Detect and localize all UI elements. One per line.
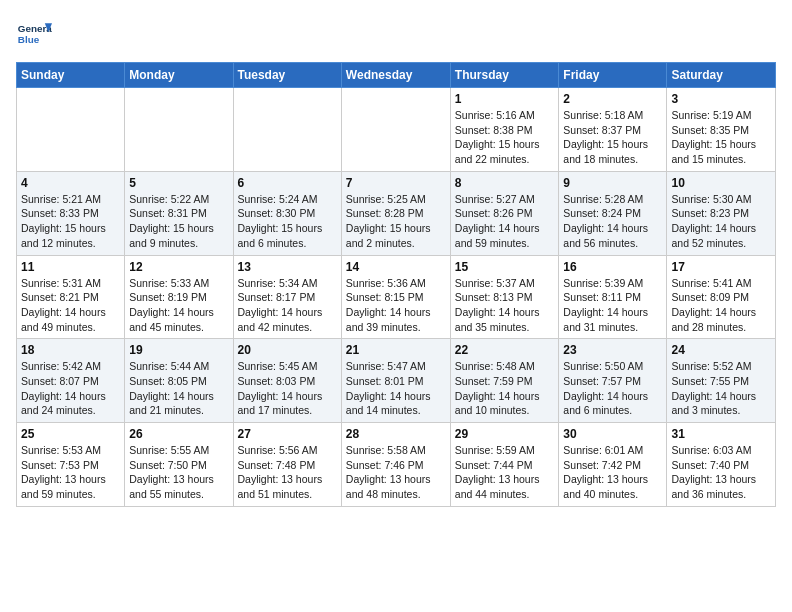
calendar-cell: 22Sunrise: 5:48 AM Sunset: 7:59 PM Dayli…	[450, 339, 559, 423]
day-info: Sunrise: 5:16 AM Sunset: 8:38 PM Dayligh…	[455, 108, 555, 167]
day-number: 9	[563, 176, 662, 190]
calendar-cell: 20Sunrise: 5:45 AM Sunset: 8:03 PM Dayli…	[233, 339, 341, 423]
day-info: Sunrise: 5:52 AM Sunset: 7:55 PM Dayligh…	[671, 359, 771, 418]
day-number: 11	[21, 260, 120, 274]
day-number: 27	[238, 427, 337, 441]
calendar-cell: 23Sunrise: 5:50 AM Sunset: 7:57 PM Dayli…	[559, 339, 667, 423]
calendar-cell: 11Sunrise: 5:31 AM Sunset: 8:21 PM Dayli…	[17, 255, 125, 339]
day-number: 23	[563, 343, 662, 357]
calendar-cell: 27Sunrise: 5:56 AM Sunset: 7:48 PM Dayli…	[233, 423, 341, 507]
calendar-cell: 31Sunrise: 6:03 AM Sunset: 7:40 PM Dayli…	[667, 423, 776, 507]
day-number: 21	[346, 343, 446, 357]
day-info: Sunrise: 5:25 AM Sunset: 8:28 PM Dayligh…	[346, 192, 446, 251]
calendar-cell: 24Sunrise: 5:52 AM Sunset: 7:55 PM Dayli…	[667, 339, 776, 423]
day-info: Sunrise: 5:28 AM Sunset: 8:24 PM Dayligh…	[563, 192, 662, 251]
calendar-cell: 3Sunrise: 5:19 AM Sunset: 8:35 PM Daylig…	[667, 88, 776, 172]
day-number: 25	[21, 427, 120, 441]
day-info: Sunrise: 5:47 AM Sunset: 8:01 PM Dayligh…	[346, 359, 446, 418]
calendar-cell: 8Sunrise: 5:27 AM Sunset: 8:26 PM Daylig…	[450, 171, 559, 255]
calendar-week-4: 18Sunrise: 5:42 AM Sunset: 8:07 PM Dayli…	[17, 339, 776, 423]
calendar-cell: 28Sunrise: 5:58 AM Sunset: 7:46 PM Dayli…	[341, 423, 450, 507]
day-number: 17	[671, 260, 771, 274]
day-info: Sunrise: 5:56 AM Sunset: 7:48 PM Dayligh…	[238, 443, 337, 502]
calendar-cell: 5Sunrise: 5:22 AM Sunset: 8:31 PM Daylig…	[125, 171, 233, 255]
day-header-wednesday: Wednesday	[341, 63, 450, 88]
day-number: 31	[671, 427, 771, 441]
day-info: Sunrise: 5:27 AM Sunset: 8:26 PM Dayligh…	[455, 192, 555, 251]
calendar-table: SundayMondayTuesdayWednesdayThursdayFrid…	[16, 62, 776, 507]
day-info: Sunrise: 5:53 AM Sunset: 7:53 PM Dayligh…	[21, 443, 120, 502]
day-number: 26	[129, 427, 228, 441]
day-number: 5	[129, 176, 228, 190]
day-number: 20	[238, 343, 337, 357]
day-number: 16	[563, 260, 662, 274]
calendar-cell: 10Sunrise: 5:30 AM Sunset: 8:23 PM Dayli…	[667, 171, 776, 255]
calendar-cell: 16Sunrise: 5:39 AM Sunset: 8:11 PM Dayli…	[559, 255, 667, 339]
day-number: 1	[455, 92, 555, 106]
day-number: 15	[455, 260, 555, 274]
day-info: Sunrise: 5:48 AM Sunset: 7:59 PM Dayligh…	[455, 359, 555, 418]
day-info: Sunrise: 5:55 AM Sunset: 7:50 PM Dayligh…	[129, 443, 228, 502]
calendar-cell: 9Sunrise: 5:28 AM Sunset: 8:24 PM Daylig…	[559, 171, 667, 255]
day-info: Sunrise: 5:21 AM Sunset: 8:33 PM Dayligh…	[21, 192, 120, 251]
day-info: Sunrise: 5:45 AM Sunset: 8:03 PM Dayligh…	[238, 359, 337, 418]
day-info: Sunrise: 5:50 AM Sunset: 7:57 PM Dayligh…	[563, 359, 662, 418]
day-info: Sunrise: 5:31 AM Sunset: 8:21 PM Dayligh…	[21, 276, 120, 335]
day-info: Sunrise: 5:24 AM Sunset: 8:30 PM Dayligh…	[238, 192, 337, 251]
calendar-cell: 19Sunrise: 5:44 AM Sunset: 8:05 PM Dayli…	[125, 339, 233, 423]
day-info: Sunrise: 5:30 AM Sunset: 8:23 PM Dayligh…	[671, 192, 771, 251]
calendar-cell: 2Sunrise: 5:18 AM Sunset: 8:37 PM Daylig…	[559, 88, 667, 172]
day-number: 13	[238, 260, 337, 274]
calendar-cell: 4Sunrise: 5:21 AM Sunset: 8:33 PM Daylig…	[17, 171, 125, 255]
day-info: Sunrise: 5:18 AM Sunset: 8:37 PM Dayligh…	[563, 108, 662, 167]
calendar-cell: 26Sunrise: 5:55 AM Sunset: 7:50 PM Dayli…	[125, 423, 233, 507]
day-info: Sunrise: 5:59 AM Sunset: 7:44 PM Dayligh…	[455, 443, 555, 502]
calendar-cell: 13Sunrise: 5:34 AM Sunset: 8:17 PM Dayli…	[233, 255, 341, 339]
day-number: 7	[346, 176, 446, 190]
calendar-cell	[233, 88, 341, 172]
calendar-cell	[125, 88, 233, 172]
calendar-cell: 12Sunrise: 5:33 AM Sunset: 8:19 PM Dayli…	[125, 255, 233, 339]
calendar-cell	[341, 88, 450, 172]
day-number: 12	[129, 260, 228, 274]
calendar-cell: 14Sunrise: 5:36 AM Sunset: 8:15 PM Dayli…	[341, 255, 450, 339]
calendar-cell: 17Sunrise: 5:41 AM Sunset: 8:09 PM Dayli…	[667, 255, 776, 339]
calendar-cell: 25Sunrise: 5:53 AM Sunset: 7:53 PM Dayli…	[17, 423, 125, 507]
calendar-cell: 30Sunrise: 6:01 AM Sunset: 7:42 PM Dayli…	[559, 423, 667, 507]
day-header-thursday: Thursday	[450, 63, 559, 88]
day-info: Sunrise: 5:36 AM Sunset: 8:15 PM Dayligh…	[346, 276, 446, 335]
day-info: Sunrise: 5:33 AM Sunset: 8:19 PM Dayligh…	[129, 276, 228, 335]
day-number: 29	[455, 427, 555, 441]
logo: General Blue	[16, 16, 52, 52]
day-info: Sunrise: 5:37 AM Sunset: 8:13 PM Dayligh…	[455, 276, 555, 335]
page-header: General Blue	[16, 16, 776, 52]
day-header-tuesday: Tuesday	[233, 63, 341, 88]
day-number: 4	[21, 176, 120, 190]
day-number: 28	[346, 427, 446, 441]
day-number: 18	[21, 343, 120, 357]
day-info: Sunrise: 6:01 AM Sunset: 7:42 PM Dayligh…	[563, 443, 662, 502]
day-info: Sunrise: 5:44 AM Sunset: 8:05 PM Dayligh…	[129, 359, 228, 418]
calendar-cell: 15Sunrise: 5:37 AM Sunset: 8:13 PM Dayli…	[450, 255, 559, 339]
day-header-sunday: Sunday	[17, 63, 125, 88]
day-number: 3	[671, 92, 771, 106]
calendar-week-1: 1Sunrise: 5:16 AM Sunset: 8:38 PM Daylig…	[17, 88, 776, 172]
day-number: 8	[455, 176, 555, 190]
day-info: Sunrise: 6:03 AM Sunset: 7:40 PM Dayligh…	[671, 443, 771, 502]
logo-icon: General Blue	[16, 16, 52, 52]
calendar-header-row: SundayMondayTuesdayWednesdayThursdayFrid…	[17, 63, 776, 88]
day-number: 2	[563, 92, 662, 106]
day-info: Sunrise: 5:34 AM Sunset: 8:17 PM Dayligh…	[238, 276, 337, 335]
calendar-cell	[17, 88, 125, 172]
day-number: 6	[238, 176, 337, 190]
day-number: 10	[671, 176, 771, 190]
day-info: Sunrise: 5:19 AM Sunset: 8:35 PM Dayligh…	[671, 108, 771, 167]
calendar-cell: 1Sunrise: 5:16 AM Sunset: 8:38 PM Daylig…	[450, 88, 559, 172]
day-info: Sunrise: 5:58 AM Sunset: 7:46 PM Dayligh…	[346, 443, 446, 502]
day-info: Sunrise: 5:41 AM Sunset: 8:09 PM Dayligh…	[671, 276, 771, 335]
day-number: 19	[129, 343, 228, 357]
calendar-week-5: 25Sunrise: 5:53 AM Sunset: 7:53 PM Dayli…	[17, 423, 776, 507]
day-info: Sunrise: 5:22 AM Sunset: 8:31 PM Dayligh…	[129, 192, 228, 251]
svg-text:Blue: Blue	[18, 34, 40, 45]
day-info: Sunrise: 5:39 AM Sunset: 8:11 PM Dayligh…	[563, 276, 662, 335]
